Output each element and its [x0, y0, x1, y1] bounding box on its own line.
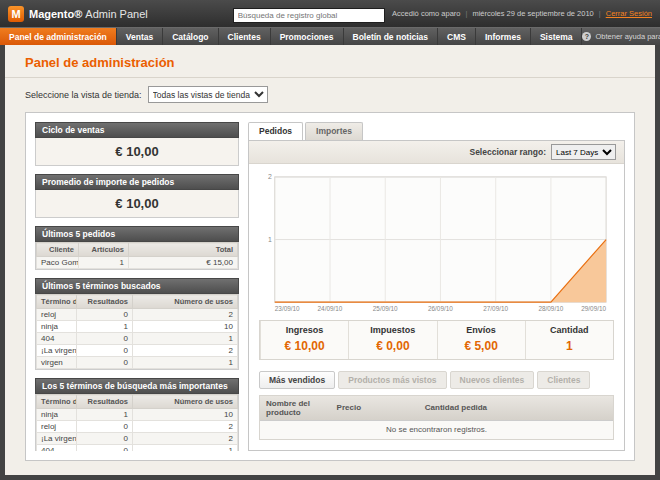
table-header-cell: Número de usos [133, 395, 238, 409]
cell-term: 404 [37, 333, 77, 345]
nav-item-label: Clientes [228, 32, 261, 42]
table-header-cell: Número de usos [133, 295, 238, 309]
cell-term: ¡La virgen que cuadro! [37, 433, 77, 445]
total-value: 1 [566, 339, 573, 353]
table-row: ¡La virgen que cuadro!02 [37, 345, 238, 357]
table-header-cell: Total [129, 243, 238, 257]
range-label: Seleccionar rango: [469, 147, 546, 157]
grid-tab[interactable]: Nuevos clientes [450, 371, 535, 389]
nav-item[interactable]: Sistema [531, 28, 583, 45]
average-orders-box: Promedio de importe de pedidos € 10,00 [35, 174, 239, 218]
magento-admin-page: M Magento®Admin Panel Accedió como aparo… [0, 0, 660, 480]
svg-text:26/09/10: 26/09/10 [428, 305, 453, 312]
cell-uses: 2 [133, 345, 238, 357]
svg-text:24/09/10: 24/09/10 [318, 305, 343, 312]
meta-separator: | [599, 9, 601, 18]
dashboard-tab[interactable]: Importes [305, 122, 363, 140]
grid-tab[interactable]: Más vendidos [259, 371, 335, 389]
global-search-input[interactable] [233, 8, 385, 23]
grid-tab-label: Productos más vistos [348, 375, 436, 385]
nav-item[interactable]: Catálogo [163, 28, 218, 45]
store-view-label: Seleccione la vista de tienda: [25, 90, 142, 100]
cell-uses: 1 [133, 333, 238, 345]
dashboard-tab[interactable]: Pedidos [248, 122, 303, 140]
help-link[interactable]: ?Obtener ayuda para esta página [582, 28, 660, 45]
grid-tab[interactable]: Clientes [537, 371, 590, 389]
range-select[interactable]: Last 7 Days [551, 144, 616, 160]
help-label: Obtener ayuda para esta página [595, 32, 660, 41]
store-view-select[interactable]: Todas las vistas de tienda [148, 86, 268, 103]
nav-item[interactable]: Informes [476, 28, 531, 45]
cell-term: ninja [37, 409, 77, 421]
grid-header-cell: Precio [331, 396, 419, 421]
table-header-cell: Resultados [77, 395, 133, 409]
products-grid: Nombre del productoPrecioCantidad pedida… [259, 395, 614, 440]
nav-item[interactable]: Clientes [219, 28, 271, 45]
cell-results: 0 [77, 333, 133, 345]
lifetime-sales-title: Ciclo de ventas [35, 122, 239, 138]
table-row: Paco Gomez1€ 15,00 [37, 257, 238, 269]
top-search-terms-table: Término de búsquedaResultadosNúmero de u… [36, 394, 238, 451]
svg-text:25/09/10: 25/09/10 [373, 305, 398, 312]
brand-name: Magento® [29, 8, 82, 20]
last-orders-title: Últimos 5 pedidos [35, 226, 239, 242]
total-item: Ingresos € 10,00 [260, 321, 348, 359]
top-header: M Magento®Admin Panel Accedió como aparo… [0, 0, 660, 27]
lifetime-sales-value: € 10,00 [35, 138, 239, 166]
range-bar: Seleccionar rango: Last 7 Days [249, 141, 624, 164]
table-row: reloj02 [37, 421, 238, 433]
nav-item[interactable]: Boletín de noticias [344, 28, 439, 45]
logout-link[interactable]: Cerrar Sesión [606, 9, 652, 18]
cell-results: 1 [77, 409, 133, 421]
help-icon: ? [582, 32, 591, 41]
svg-text:29/09/10: 29/09/10 [581, 305, 606, 312]
last-orders-body: ClienteArtículosTotal Paco Gomez1€ 15,00 [35, 242, 239, 270]
nav-item-label: Panel de administración [9, 32, 107, 42]
total-item: Cantidad 1 [525, 321, 613, 359]
nav-item-label: Sistema [540, 32, 573, 42]
grid-tab-label: Más vendidos [269, 375, 325, 385]
nav-item[interactable]: Panel de administración [0, 28, 117, 45]
cell-term: ninja [37, 321, 77, 333]
total-value: € 0,00 [376, 339, 409, 353]
grid-empty-message: No se encontraron registros. [260, 420, 613, 439]
nav-item-label: Catálogo [172, 32, 208, 42]
meta-separator: | [465, 9, 467, 18]
products-grid-table: Nombre del productoPrecioCantidad pedida… [260, 396, 613, 439]
last-search-terms-title: Últimos 5 términos buscados [35, 278, 239, 294]
nav-item-label: Promociones [280, 32, 334, 42]
cell-term: reloj [37, 421, 77, 433]
grid-header-cell: Nombre del producto [260, 396, 331, 421]
cell-results: 0 [77, 345, 133, 357]
magento-logo-icon: M [8, 6, 24, 22]
table-row: ¡La virgen que cuadro!02 [37, 433, 238, 445]
main-nav: Panel de administración Ventas Catálogo … [0, 27, 660, 45]
grid-tab[interactable]: Productos más vistos [338, 371, 446, 389]
orders-chart: 1223/09/1024/09/1025/09/1026/09/1027/09/… [249, 164, 624, 315]
grid-tab-label: Clientes [547, 375, 580, 385]
nav-item[interactable]: CMS [438, 28, 476, 45]
last-search-terms-box: Últimos 5 términos buscados Término de b… [35, 278, 239, 370]
table-header-cell: Cliente [37, 243, 79, 257]
average-orders-value: € 10,00 [35, 190, 239, 218]
table-header-cell: Término de búsqueda [37, 395, 77, 409]
nav-item[interactable]: Promociones [271, 28, 344, 45]
content-area: Panel de administración Seleccione la vi… [5, 45, 655, 475]
nav-item-label: CMS [447, 32, 466, 42]
table-row: ninja110 [37, 409, 238, 421]
nav-item-label: Informes [485, 32, 521, 42]
logged-in-as: Accedió como aparo [392, 9, 460, 18]
top-search-terms-box: Los 5 términos de búsqueda más important… [35, 378, 239, 451]
svg-text:28/09/10: 28/09/10 [538, 305, 563, 312]
grid-empty-row: No se encontraron registros. [260, 420, 613, 439]
total-item: Impuestos € 0,00 [348, 321, 436, 359]
dashboard-panel: Ciclo de ventas € 10,00 Promedio de impo… [25, 112, 635, 461]
total-value: € 5,00 [464, 339, 497, 353]
last-search-terms-table: Término de búsquedaResultadosNúmero de u… [36, 294, 238, 369]
grid-tabs: Más vendidos Productos más vistos Nuevos… [259, 371, 614, 389]
global-search [233, 4, 385, 23]
nav-item[interactable]: Ventas [117, 28, 163, 45]
total-item: Envíos € 5,00 [437, 321, 525, 359]
grid-tab-label: Nuevos clientes [460, 375, 525, 385]
table-header-cell: Resultados [77, 295, 133, 309]
